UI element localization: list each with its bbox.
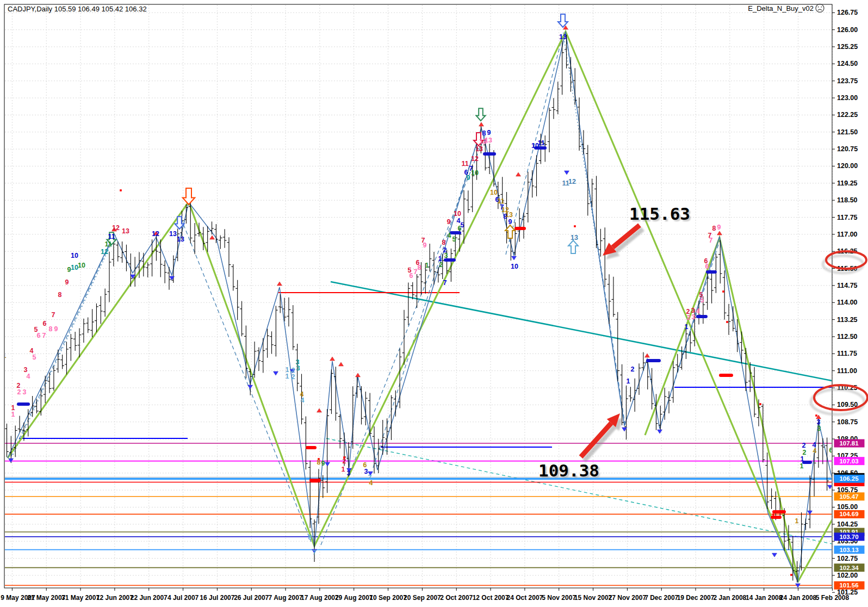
wave-count-label[interactable]: 6 (705, 263, 709, 270)
red-order-block[interactable] (306, 446, 317, 449)
wave-count-label[interactable]: 1 (800, 462, 804, 470)
wave-count-label[interactable]: 9 (447, 218, 451, 226)
wave-count-label[interactable]: 13 (571, 234, 578, 241)
wave-count-label[interactable]: 9 (423, 241, 427, 249)
wave-count-label[interactable]: 13 (122, 227, 129, 235)
down-hollow-arrow[interactable] (183, 188, 195, 205)
wave-count-label[interactable]: 3 (444, 252, 448, 259)
wave-count-label[interactable]: 13 (485, 137, 492, 144)
wave-count-label[interactable]: 10 (511, 263, 518, 270)
wave-count-label[interactable]: 3 (296, 364, 300, 372)
wave-count-label[interactable]: 13 (559, 33, 567, 41)
chart-canvas[interactable]: 1112233445567689789910101011111213121213… (0, 0, 868, 607)
wave-count-label[interactable]: 2 (687, 314, 691, 321)
blue-order-block[interactable] (483, 152, 496, 156)
down-hollow-arrow[interactable] (558, 14, 568, 27)
wave-count-label[interactable]: 3 (23, 388, 27, 396)
wave-count-label[interactable]: 2 (292, 373, 295, 381)
wave-count-label[interactable]: 2 (343, 457, 346, 465)
green-zigzag-main[interactable] (8, 32, 833, 581)
price-annotation-text[interactable]: 115.63 (629, 204, 690, 224)
wave-count-label[interactable]: 6 (458, 225, 462, 232)
blue-order-block[interactable] (17, 402, 30, 406)
wave-count-label[interactable]: 3 (817, 425, 821, 432)
red-order-block[interactable] (719, 374, 733, 377)
wave-count-label[interactable]: 11 (108, 233, 115, 240)
wave-count-label[interactable]: 1 (11, 411, 15, 418)
wave-count-label[interactable]: 10 (454, 210, 461, 218)
wave-count-label[interactable]: 2 (802, 442, 806, 449)
wave-count-label[interactable]: 10 (71, 264, 78, 271)
wave-count-label[interactable]: 9 (717, 224, 721, 231)
wave-count-label[interactable]: 1 (425, 262, 429, 269)
red-order-block[interactable] (514, 227, 526, 230)
wave-count-label[interactable]: 9 (487, 129, 491, 137)
wave-count-label[interactable]: 9 (65, 278, 69, 286)
red-annotation-arrow[interactable] (581, 423, 611, 457)
blue-order-block[interactable] (696, 315, 708, 318)
wave-count-label[interactable]: 4 (369, 479, 373, 487)
support-segments[interactable] (19, 293, 832, 447)
wave-count-label[interactable]: 2 (17, 388, 21, 396)
wave-count-label[interactable]: 4 (301, 397, 305, 404)
wave-count-label[interactable]: 12 (112, 224, 120, 232)
wave-count-label[interactable]: 13 (177, 236, 184, 243)
wave-count-label[interactable]: 10 (71, 252, 78, 259)
price-level-lines[interactable] (5, 443, 832, 585)
wave-count-label[interactable]: 6 (43, 320, 47, 327)
wave-count-label[interactable]: 1 (795, 517, 799, 525)
wave-count-label[interactable]: 10 (471, 169, 479, 177)
blue-order-block[interactable] (706, 270, 717, 274)
sad-face-icon[interactable] (816, 4, 824, 13)
wave-count-label[interactable]: 7 (414, 268, 418, 276)
wave-count-label[interactable]: 10 (78, 262, 85, 269)
wave-count-label[interactable]: 6 (37, 332, 41, 339)
wave-count-label[interactable]: 8 (308, 534, 312, 541)
wave-count-label[interactable]: 11 (461, 160, 468, 168)
wave-count-label[interactable]: 8 (317, 459, 321, 466)
wave-count-label[interactable]: 9 (467, 174, 470, 182)
wave-count-label[interactable]: 1 (627, 377, 630, 385)
red-order-block[interactable] (309, 479, 321, 482)
wave-count-label[interactable]: 5 (452, 236, 456, 243)
wave-count-label[interactable]: 1 (801, 455, 804, 463)
wave-count-label[interactable]: 9 (54, 325, 58, 333)
wave-count-label[interactable]: 7 (443, 279, 447, 287)
down-hollow-arrow[interactable] (476, 108, 485, 121)
green-zigzag-lines[interactable] (8, 32, 833, 581)
wave-count-label[interactable]: 1 (685, 323, 689, 331)
wave-count-label[interactable]: 9 (321, 460, 325, 467)
wave-count-label[interactable]: 3 (364, 468, 368, 475)
wave-count-label[interactable]: 2 (631, 366, 635, 373)
wave-count-label[interactable]: 8 (58, 291, 62, 299)
wave-count-label[interactable]: 7 (313, 549, 317, 556)
wave-count-label[interactable]: 4 (696, 307, 700, 315)
annotations[interactable]: 115.63115.63109.38109.38 (538, 204, 692, 482)
wave-count-label[interactable]: 8 (712, 225, 716, 232)
blue-order-block[interactable] (646, 359, 661, 362)
wave-count-label[interactable]: 2 (439, 261, 443, 269)
wave-count-label[interactable]: 8 (482, 129, 486, 137)
wave-count-label[interactable]: 4 (457, 217, 461, 225)
wave-count-label[interactable]: 4 (27, 373, 30, 380)
wave-count-label[interactable]: 8 (49, 325, 53, 333)
wave-count-label[interactable]: 9 (509, 218, 512, 226)
wave-count-label[interactable]: 13 (169, 230, 177, 238)
wave-count-label[interactable]: 8 (442, 239, 446, 246)
wave-count-label[interactable]: 11 (104, 240, 111, 248)
wave-count-label[interactable]: 11 (537, 139, 544, 147)
wave-count-label[interactable]: 13 (505, 211, 513, 219)
wave-count-label[interactable]: 7 (52, 311, 55, 319)
wave-count-label[interactable]: 4 (448, 232, 451, 239)
wave-count-label[interactable]: 12 (152, 230, 159, 238)
wave-count-label[interactable]: 7 (42, 332, 46, 339)
red-order-block[interactable] (772, 510, 786, 513)
price-annotation-text[interactable]: 109.38 (538, 461, 599, 480)
wave-count-label[interactable]: 7 (709, 237, 713, 244)
wave-count-label[interactable]: 12 (471, 155, 479, 163)
blue-swing-zigzag[interactable] (8, 32, 833, 582)
wave-count-label[interactable]: 3 (692, 313, 696, 321)
teal-dashed-trendline[interactable] (326, 438, 832, 544)
wave-count-label[interactable]: 5 (700, 296, 704, 304)
wave-count-label[interactable]: 12 (568, 178, 576, 185)
